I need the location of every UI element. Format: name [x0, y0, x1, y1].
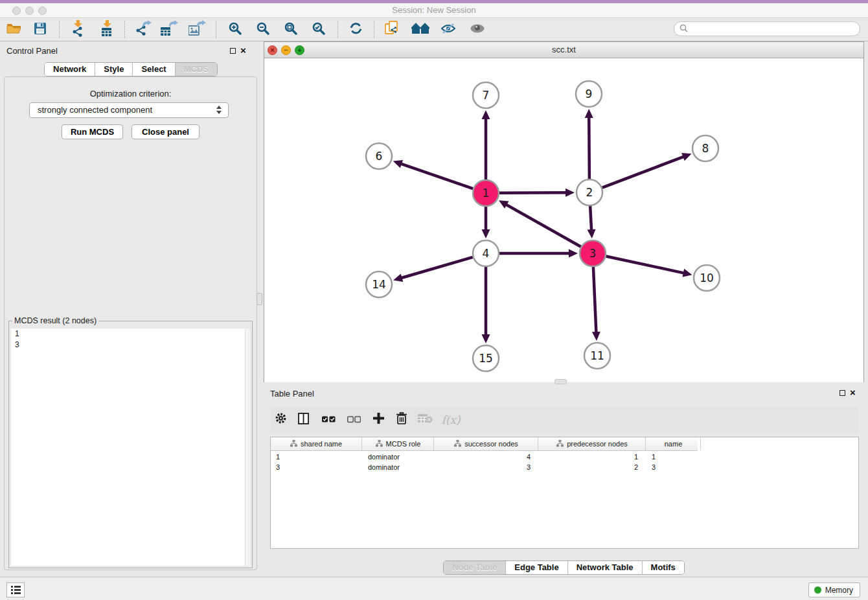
run-mcds-button[interactable]: Run MCDS [62, 124, 123, 139]
table-row[interactable]: 3dominator323 [271, 462, 858, 472]
memory-button[interactable]: Memory [808, 583, 860, 597]
zoom-in-icon [229, 22, 242, 38]
criterion-dropdown[interactable]: strongly connected component [29, 102, 229, 118]
deselect-all-button[interactable] [344, 410, 363, 429]
export-table-button[interactable] [159, 20, 181, 40]
node-1[interactable]: 1 [473, 180, 499, 206]
edge-1-4[interactable] [482, 207, 490, 238]
edge-1-7[interactable] [482, 110, 490, 179]
task-history-button[interactable] [6, 583, 25, 597]
svg-text:4: 4 [483, 247, 490, 260]
function-builder-button[interactable]: f(x) [441, 410, 461, 429]
column-header-shared-name[interactable]: shared name [271, 437, 362, 450]
delete-button[interactable] [392, 410, 411, 429]
tab-edge-table[interactable]: Edge Table [505, 561, 567, 574]
float-table-panel-icon[interactable] [839, 390, 845, 396]
vertical-splitter-handle[interactable] [257, 293, 262, 305]
optimization-criterion-label: Optimization criterion: [5, 89, 257, 98]
edge-3-11[interactable] [592, 267, 600, 341]
column-header-name[interactable]: name [646, 437, 701, 450]
toolbar-separator [337, 21, 338, 38]
node-15[interactable]: 15 [473, 345, 499, 371]
close-panel-button[interactable]: Close panel [131, 124, 200, 139]
edge-3-1[interactable] [499, 200, 581, 246]
first-neighbors-icon [411, 22, 429, 38]
tab-network-table[interactable]: Network Table [567, 561, 642, 574]
tab-node-table[interactable]: Node Table [444, 561, 505, 574]
import-network-icon [71, 20, 85, 40]
node-table: shared nameMCDS rolesuccessor nodesprede… [270, 437, 859, 549]
tab-select[interactable]: Select [132, 63, 174, 76]
open-session-icon [6, 22, 22, 38]
edge-3-10[interactable] [606, 256, 692, 277]
select-all-button[interactable] [319, 410, 338, 429]
zoom-in-button[interactable] [224, 20, 246, 40]
network-view-titlebar: × − + scc.txt [264, 42, 863, 58]
node-11[interactable]: 11 [584, 343, 610, 369]
settings-button[interactable] [271, 410, 290, 429]
delete-table-button[interactable] [415, 410, 435, 429]
node-14[interactable]: 14 [366, 271, 392, 297]
edge-4-14[interactable] [393, 257, 473, 282]
node-7[interactable]: 7 [473, 82, 499, 108]
export-image-button[interactable] [187, 20, 209, 40]
horizontal-splitter-handle[interactable] [554, 379, 567, 384]
column-header-predecessor-nodes[interactable]: predecessor nodes [539, 437, 646, 450]
table-cell: 3 [435, 462, 538, 472]
column-header-MCDS-role[interactable]: MCDS role [363, 437, 434, 450]
table-row[interactable]: 1dominator411 [271, 452, 858, 462]
zoom-selected-button[interactable] [308, 20, 330, 40]
tab-motifs[interactable]: Motifs [642, 561, 684, 574]
export-image-icon [188, 20, 207, 40]
column-header-successor-nodes[interactable]: successor nodes [435, 437, 538, 450]
node-10[interactable]: 10 [694, 265, 720, 291]
function-builder-icon: f(x) [441, 413, 460, 426]
open-session-button[interactable] [3, 20, 25, 40]
edge-1-2[interactable] [499, 189, 575, 197]
import-table-button[interactable] [96, 20, 118, 40]
show-all-button[interactable] [466, 20, 488, 40]
refresh-button[interactable] [345, 20, 367, 40]
tab-style[interactable]: Style [95, 63, 132, 76]
export-network-button[interactable] [133, 20, 155, 40]
edge-2-8[interactable] [602, 153, 692, 187]
tab-mcds[interactable]: MCDS [175, 63, 217, 76]
hide-selected-button[interactable] [437, 20, 459, 40]
search-field[interactable] [674, 21, 860, 36]
save-session-button[interactable] [29, 20, 51, 40]
edge-2-3[interactable] [588, 206, 596, 238]
edge-4-15[interactable] [482, 267, 490, 343]
network-canvas[interactable]: 1234678910111415 [264, 58, 863, 382]
zoom-fit-icon [284, 22, 297, 38]
mcds-result-list[interactable]: 13 [11, 329, 250, 566]
clone-network-button[interactable] [381, 20, 403, 40]
float-panel-icon[interactable] [230, 48, 236, 54]
toolbar-separator [59, 21, 60, 38]
edge-2-9[interactable] [585, 109, 593, 179]
import-network-button[interactable] [67, 20, 89, 40]
edge-4-3[interactable] [499, 249, 578, 258]
add-button[interactable] [369, 410, 388, 429]
node-8[interactable]: 8 [692, 135, 718, 161]
search-icon [680, 23, 688, 35]
table-cell: 2 [539, 462, 646, 472]
node-9[interactable]: 9 [576, 81, 602, 107]
search-input[interactable] [688, 25, 850, 34]
edge-1-6[interactable] [393, 160, 473, 189]
zoom-fit-button[interactable] [280, 20, 302, 40]
svg-text:7: 7 [483, 89, 490, 102]
column-layout-button[interactable] [293, 410, 313, 429]
network-graph: 1234678910111415 [264, 58, 863, 382]
node-6[interactable]: 6 [366, 143, 392, 169]
node-3[interactable]: 3 [580, 240, 606, 266]
node-2[interactable]: 2 [577, 179, 602, 205]
zoom-out-button[interactable] [252, 20, 274, 40]
first-neighbors-button[interactable] [409, 20, 431, 40]
result-scrollbar[interactable] [245, 329, 250, 566]
svg-text:14: 14 [372, 278, 386, 291]
close-panel-icon[interactable]: × [240, 47, 246, 54]
tab-network[interactable]: Network [45, 63, 95, 76]
node-4[interactable]: 4 [473, 240, 499, 266]
close-table-panel-icon[interactable]: × [850, 389, 856, 396]
tree-icon [454, 440, 461, 448]
